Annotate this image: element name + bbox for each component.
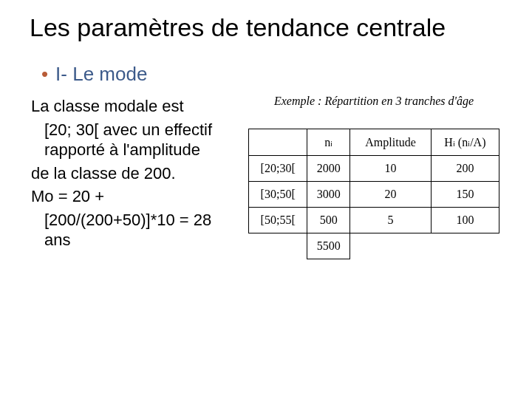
bullet-dot: • xyxy=(41,63,48,85)
table-row: [30;50[ 3000 20 150 xyxy=(249,182,499,208)
body-line: [20; 30[ avec un effectif rapporté à l'a… xyxy=(31,120,222,160)
cell: 200 xyxy=(431,156,499,182)
slide-title: Les paramètres de tendance centrale xyxy=(0,0,532,42)
cell-total: 5500 xyxy=(307,233,350,259)
cell: [50;55[ xyxy=(249,208,307,233)
cell: 500 xyxy=(307,208,350,233)
data-table: nᵢ Amplitude Hᵢ (nᵢ/A) [20;30[ 2000 10 2… xyxy=(248,129,499,259)
header-cell: nᵢ xyxy=(307,129,350,156)
cell xyxy=(249,233,307,259)
table-caption: Exemple : Répartition en 3 tranches d'âg… xyxy=(248,95,499,108)
body-line: La classe modale est xyxy=(31,96,222,117)
cell: 5 xyxy=(350,208,431,233)
right-column: Exemple : Répartition en 3 tranches d'âg… xyxy=(248,95,499,259)
body-line: Mo = 20 + xyxy=(31,186,222,207)
cell xyxy=(431,233,499,259)
body-text-block: La classe modale est [20; 30[ avec un ef… xyxy=(0,86,222,250)
table-row: [20;30[ 2000 10 200 xyxy=(249,156,499,182)
table-header-row: nᵢ Amplitude Hᵢ (nᵢ/A) xyxy=(249,129,499,156)
cell: 2000 xyxy=(307,156,350,182)
header-cell: Amplitude xyxy=(350,129,431,156)
header-cell: Hᵢ (nᵢ/A) xyxy=(431,129,499,156)
bullet-text: I- Le mode xyxy=(55,63,147,85)
cell: 20 xyxy=(350,182,431,208)
body-line: [200/(200+50)]*10 = 28 ans xyxy=(31,210,222,250)
cell: 100 xyxy=(431,208,499,233)
cell xyxy=(350,233,431,259)
cell: [20;30[ xyxy=(249,156,307,182)
header-cell xyxy=(249,129,307,156)
cell: 150 xyxy=(431,182,499,208)
cell: [30;50[ xyxy=(249,182,307,208)
bullet-item: •I- Le mode xyxy=(0,42,532,86)
table-row: [50;55[ 500 5 100 xyxy=(249,208,499,233)
cell: 3000 xyxy=(307,182,350,208)
body-line: de la classe de 200. xyxy=(31,163,222,184)
table-total-row: 5500 xyxy=(249,233,499,259)
cell: 10 xyxy=(350,156,431,182)
